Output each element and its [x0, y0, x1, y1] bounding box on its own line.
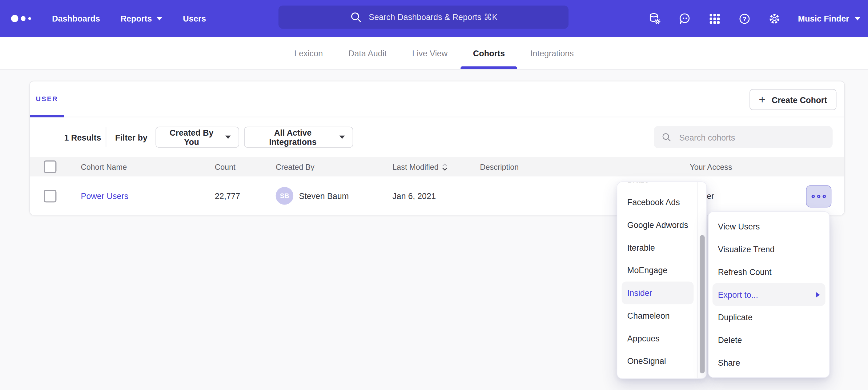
column-description[interactable]: Description: [480, 157, 519, 176]
created-by-name: Steven Baum: [299, 191, 349, 200]
divider: [106, 127, 106, 147]
menu-item-label: Delete: [718, 335, 742, 345]
menu-item-view-users[interactable]: View Users: [713, 215, 826, 238]
tab-integrations[interactable]: Integrations: [530, 37, 574, 69]
created-by-filter-value: Created By You: [164, 128, 219, 147]
menu-item-label: Duplicate: [718, 313, 752, 322]
filter-toolbar: 1 Results Filter by Created By You All A…: [30, 117, 844, 157]
row-actions-menu: View Users Visualize Trend Refresh Count…: [708, 211, 830, 378]
tab-label: Lexicon: [294, 48, 323, 58]
export-target-list: Braze Facebook Ads Google Adwords Iterab…: [617, 182, 698, 372]
settings-gear-icon[interactable]: [768, 12, 781, 25]
row-more-actions-button[interactable]: [806, 185, 832, 207]
global-search-placeholder: Search Dashboards & Reports ⌘K: [369, 12, 497, 22]
svg-text:?: ?: [743, 15, 747, 22]
column-count[interactable]: Count: [215, 157, 236, 176]
menu-item-export-to[interactable]: Export to...: [713, 283, 826, 306]
filter-by-label: Filter by: [115, 117, 148, 157]
cohort-count: 22,777: [215, 176, 240, 215]
integrations-filter-dropdown[interactable]: All Active Integrations: [244, 127, 353, 148]
menu-item-google-adwords[interactable]: Google Adwords: [622, 214, 694, 236]
tab-label: Data Audit: [348, 48, 386, 58]
column-last-modified[interactable]: Last Modified: [393, 157, 448, 176]
created-by-cell: SB Steven Baum: [276, 176, 349, 215]
tab-live-view[interactable]: Live View: [412, 37, 447, 69]
column-label: Last Modified: [393, 162, 439, 171]
results-count: 1 Results: [64, 117, 101, 157]
nav-item-label: Reports: [121, 14, 152, 23]
database-gear-icon[interactable]: [649, 12, 662, 25]
integrations-filter-value: All Active Integrations: [252, 128, 333, 147]
avatar: SB: [276, 187, 293, 205]
nav-item-reports[interactable]: Reports: [121, 14, 162, 23]
menu-item-label: MoEngage: [627, 265, 668, 275]
row-checkbox[interactable]: [44, 190, 56, 202]
menu-item-label: Iterable: [627, 243, 655, 253]
menu-item-label: View Users: [718, 222, 760, 231]
column-your-access[interactable]: Your Access: [690, 157, 732, 176]
menu-item-visualize-trend[interactable]: Visualize Trend: [713, 238, 826, 261]
menu-item-onesignal[interactable]: OneSignal: [622, 350, 694, 372]
tab-label: Live View: [412, 48, 447, 58]
menu-item-moengage[interactable]: MoEngage: [622, 259, 694, 282]
plus-icon: +: [759, 93, 766, 105]
menu-item-delete[interactable]: Delete: [713, 328, 826, 351]
dot-icon: [812, 195, 815, 198]
feedback-icon[interactable]: [678, 12, 692, 25]
tab-lexicon[interactable]: Lexicon: [294, 37, 323, 69]
tab-user-cohorts[interactable]: USER: [30, 81, 64, 117]
menu-item-refresh-count[interactable]: Refresh Count: [713, 261, 826, 283]
help-icon[interactable]: ?: [738, 12, 751, 25]
tab-label: Integrations: [530, 48, 574, 58]
menu-item-label: Visualize Trend: [718, 245, 775, 254]
project-switcher[interactable]: Music Finder: [798, 14, 860, 23]
cohort-search-input[interactable]: [678, 132, 825, 142]
create-cohort-button[interactable]: + Create Cohort: [749, 89, 837, 110]
menu-item-braze[interactable]: Braze: [622, 182, 694, 191]
menu-item-label: Share: [718, 358, 740, 367]
created-by-filter-dropdown[interactable]: Created By You: [155, 127, 239, 148]
menu-item-insider[interactable]: Insider: [622, 282, 694, 304]
chevron-down-icon: [157, 17, 162, 20]
nav-item-label: Users: [183, 14, 206, 23]
chevron-down-icon: [339, 136, 345, 139]
menu-item-label: Google Adwords: [627, 220, 688, 230]
menu-item-appcues[interactable]: Appcues: [622, 327, 694, 350]
sort-icon: [442, 162, 448, 171]
table-row: Power Users 22,777 SB Steven Baum Jan 6,…: [30, 176, 844, 215]
global-search-input[interactable]: Search Dashboards & Reports ⌘K: [279, 5, 568, 29]
menu-item-label: Insider: [627, 288, 652, 298]
menu-item-label: Facebook Ads: [627, 197, 680, 207]
select-all-checkbox[interactable]: [44, 161, 56, 173]
menu-item-chameleon[interactable]: Chameleon: [622, 304, 694, 327]
table-header: Cohort Name Count Created By Last Modifi…: [30, 157, 844, 176]
mixpanel-logo-icon[interactable]: [11, 15, 31, 22]
cohort-name-link[interactable]: Power Users: [81, 191, 128, 200]
nav-item-users[interactable]: Users: [183, 14, 206, 23]
data-management-tabs: Lexicon Data Audit Live View Cohorts Int…: [0, 37, 868, 69]
cohort-type-tabs: USER + Create Cohort: [30, 81, 844, 117]
column-created-by[interactable]: Created By: [276, 157, 315, 176]
tab-cohorts[interactable]: Cohorts: [473, 37, 505, 69]
menu-item-duplicate[interactable]: Duplicate: [713, 306, 826, 329]
tab-label: Cohorts: [473, 48, 505, 58]
tab-data-audit[interactable]: Data Audit: [348, 37, 386, 69]
export-to-submenu: Braze Facebook Ads Google Adwords Iterab…: [617, 182, 707, 379]
nav-item-dashboards[interactable]: Dashboards: [52, 14, 100, 23]
menu-item-label: Export to...: [718, 290, 758, 299]
apps-grid-icon[interactable]: [708, 12, 721, 25]
scrollbar-track[interactable]: [698, 182, 706, 378]
app-root: Dashboards Reports Users Search Dashboar…: [0, 0, 868, 390]
search-icon: [661, 132, 672, 143]
column-cohort-name[interactable]: Cohort Name: [81, 157, 127, 176]
menu-item-iterable[interactable]: Iterable: [622, 236, 694, 259]
menu-item-label: Appcues: [627, 333, 660, 343]
menu-item-facebook-ads[interactable]: Facebook Ads: [622, 191, 694, 214]
menu-item-label: Chameleon: [627, 311, 670, 321]
project-name: Music Finder: [798, 14, 849, 23]
cohort-search-box[interactable]: [654, 126, 833, 148]
menu-item-share[interactable]: Share: [713, 351, 826, 374]
dot-icon: [823, 195, 826, 198]
top-navbar: Dashboards Reports Users Search Dashboar…: [0, 0, 868, 37]
scrollbar-thumb[interactable]: [700, 235, 705, 373]
